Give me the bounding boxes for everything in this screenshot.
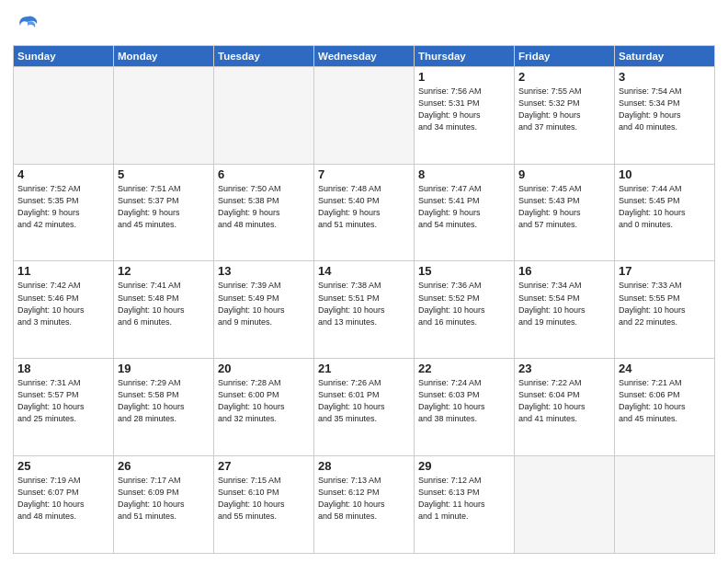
calendar-cell: 12Sunrise: 7:41 AM Sunset: 5:48 PM Dayli… xyxy=(114,261,214,359)
day-info: Sunrise: 7:21 AM Sunset: 6:06 PM Dayligh… xyxy=(619,377,711,425)
calendar-cell: 13Sunrise: 7:39 AM Sunset: 5:49 PM Dayli… xyxy=(214,261,314,359)
calendar-cell: 7Sunrise: 7:48 AM Sunset: 5:40 PM Daylig… xyxy=(314,164,415,261)
day-number: 17 xyxy=(619,264,711,278)
calendar-cell xyxy=(214,66,314,164)
day-number: 9 xyxy=(518,167,610,181)
calendar-week-row: 1Sunrise: 7:56 AM Sunset: 5:31 PM Daylig… xyxy=(14,66,715,164)
calendar-cell xyxy=(114,66,214,164)
calendar-week-row: 25Sunrise: 7:19 AM Sunset: 6:07 PM Dayli… xyxy=(14,456,715,554)
day-number: 20 xyxy=(218,362,310,375)
calendar-cell xyxy=(615,456,715,554)
day-number: 29 xyxy=(418,459,510,473)
day-info: Sunrise: 7:28 AM Sunset: 6:00 PM Dayligh… xyxy=(218,377,310,425)
day-info: Sunrise: 7:19 AM Sunset: 6:07 PM Dayligh… xyxy=(17,475,109,523)
calendar-cell: 15Sunrise: 7:36 AM Sunset: 5:52 PM Dayli… xyxy=(415,261,515,359)
day-number: 11 xyxy=(17,264,109,278)
day-info: Sunrise: 7:13 AM Sunset: 6:12 PM Dayligh… xyxy=(318,475,410,523)
day-info: Sunrise: 7:22 AM Sunset: 6:04 PM Dayligh… xyxy=(518,377,610,425)
day-info: Sunrise: 7:45 AM Sunset: 5:43 PM Dayligh… xyxy=(518,183,610,231)
calendar-cell: 23Sunrise: 7:22 AM Sunset: 6:04 PM Dayli… xyxy=(515,359,615,456)
day-info: Sunrise: 7:39 AM Sunset: 5:49 PM Dayligh… xyxy=(218,280,310,327)
calendar-cell: 10Sunrise: 7:44 AM Sunset: 5:45 PM Dayli… xyxy=(615,164,715,261)
calendar-cell: 19Sunrise: 7:29 AM Sunset: 5:58 PM Dayli… xyxy=(114,359,214,456)
day-info: Sunrise: 7:31 AM Sunset: 5:57 PM Dayligh… xyxy=(17,377,109,425)
day-info: Sunrise: 7:48 AM Sunset: 5:40 PM Dayligh… xyxy=(318,183,410,231)
day-info: Sunrise: 7:26 AM Sunset: 6:01 PM Dayligh… xyxy=(318,377,410,425)
calendar-cell: 8Sunrise: 7:47 AM Sunset: 5:41 PM Daylig… xyxy=(415,164,515,261)
page: SundayMondayTuesdayWednesdayThursdayFrid… xyxy=(0,0,728,563)
calendar-cell: 18Sunrise: 7:31 AM Sunset: 5:57 PM Dayli… xyxy=(14,359,114,456)
day-number: 8 xyxy=(418,167,510,181)
header xyxy=(13,9,715,40)
day-number: 18 xyxy=(17,362,109,375)
calendar-week-row: 11Sunrise: 7:42 AM Sunset: 5:46 PM Dayli… xyxy=(14,261,715,359)
weekday-header-monday: Monday xyxy=(114,45,214,66)
day-number: 21 xyxy=(318,362,410,375)
calendar-cell xyxy=(14,66,114,164)
calendar-cell: 20Sunrise: 7:28 AM Sunset: 6:00 PM Dayli… xyxy=(214,359,314,456)
day-number: 26 xyxy=(118,459,210,473)
day-number: 5 xyxy=(118,167,210,181)
calendar-cell: 6Sunrise: 7:50 AM Sunset: 5:38 PM Daylig… xyxy=(214,164,314,261)
day-number: 6 xyxy=(218,167,310,181)
day-number: 13 xyxy=(218,264,310,278)
calendar-cell: 17Sunrise: 7:33 AM Sunset: 5:55 PM Dayli… xyxy=(615,261,715,359)
calendar-cell: 26Sunrise: 7:17 AM Sunset: 6:09 PM Dayli… xyxy=(114,456,214,554)
day-number: 28 xyxy=(318,459,410,473)
day-number: 24 xyxy=(619,362,711,375)
day-info: Sunrise: 7:24 AM Sunset: 6:03 PM Dayligh… xyxy=(418,377,510,425)
day-number: 16 xyxy=(518,264,610,278)
calendar-cell: 4Sunrise: 7:52 AM Sunset: 5:35 PM Daylig… xyxy=(14,164,114,261)
logo xyxy=(13,13,40,40)
calendar-cell: 16Sunrise: 7:34 AM Sunset: 5:54 PM Dayli… xyxy=(515,261,615,359)
day-info: Sunrise: 7:12 AM Sunset: 6:13 PM Dayligh… xyxy=(418,475,510,523)
calendar-cell: 27Sunrise: 7:15 AM Sunset: 6:10 PM Dayli… xyxy=(214,456,314,554)
day-info: Sunrise: 7:44 AM Sunset: 5:45 PM Dayligh… xyxy=(619,183,711,231)
day-info: Sunrise: 7:36 AM Sunset: 5:52 PM Dayligh… xyxy=(418,280,510,327)
weekday-header-sunday: Sunday xyxy=(14,45,114,66)
day-number: 19 xyxy=(118,362,210,375)
calendar-cell: 11Sunrise: 7:42 AM Sunset: 5:46 PM Dayli… xyxy=(14,261,114,359)
day-info: Sunrise: 7:41 AM Sunset: 5:48 PM Dayligh… xyxy=(118,280,210,327)
day-info: Sunrise: 7:34 AM Sunset: 5:54 PM Dayligh… xyxy=(518,280,610,327)
day-info: Sunrise: 7:56 AM Sunset: 5:31 PM Dayligh… xyxy=(418,86,510,133)
day-number: 12 xyxy=(118,264,210,278)
day-number: 4 xyxy=(17,167,109,181)
day-number: 15 xyxy=(418,264,510,278)
calendar-cell xyxy=(515,456,615,554)
calendar-cell: 3Sunrise: 7:54 AM Sunset: 5:34 PM Daylig… xyxy=(615,66,715,164)
day-number: 10 xyxy=(619,167,711,181)
weekday-header-thursday: Thursday xyxy=(415,45,515,66)
day-info: Sunrise: 7:50 AM Sunset: 5:38 PM Dayligh… xyxy=(218,183,310,231)
calendar-cell: 14Sunrise: 7:38 AM Sunset: 5:51 PM Dayli… xyxy=(314,261,415,359)
day-number: 22 xyxy=(418,362,510,375)
day-info: Sunrise: 7:33 AM Sunset: 5:55 PM Dayligh… xyxy=(619,280,711,327)
day-info: Sunrise: 7:52 AM Sunset: 5:35 PM Dayligh… xyxy=(17,183,109,231)
calendar-cell: 24Sunrise: 7:21 AM Sunset: 6:06 PM Dayli… xyxy=(615,359,715,456)
day-info: Sunrise: 7:17 AM Sunset: 6:09 PM Dayligh… xyxy=(118,475,210,523)
calendar-table: SundayMondayTuesdayWednesdayThursdayFrid… xyxy=(13,45,715,554)
logo-text xyxy=(13,13,40,43)
calendar-cell: 1Sunrise: 7:56 AM Sunset: 5:31 PM Daylig… xyxy=(415,66,515,164)
day-info: Sunrise: 7:55 AM Sunset: 5:32 PM Dayligh… xyxy=(518,86,610,133)
calendar-cell: 2Sunrise: 7:55 AM Sunset: 5:32 PM Daylig… xyxy=(515,66,615,164)
day-info: Sunrise: 7:15 AM Sunset: 6:10 PM Dayligh… xyxy=(218,475,310,523)
weekday-header-friday: Friday xyxy=(515,45,615,66)
day-number: 1 xyxy=(418,70,510,84)
day-info: Sunrise: 7:51 AM Sunset: 5:37 PM Dayligh… xyxy=(118,183,210,231)
day-info: Sunrise: 7:42 AM Sunset: 5:46 PM Dayligh… xyxy=(17,280,109,327)
weekday-header-wednesday: Wednesday xyxy=(314,45,415,66)
day-number: 14 xyxy=(318,264,410,278)
day-info: Sunrise: 7:47 AM Sunset: 5:41 PM Dayligh… xyxy=(418,183,510,231)
day-info: Sunrise: 7:29 AM Sunset: 5:58 PM Dayligh… xyxy=(118,377,210,425)
calendar-cell: 29Sunrise: 7:12 AM Sunset: 6:13 PM Dayli… xyxy=(415,456,515,554)
weekday-header-row: SundayMondayTuesdayWednesdayThursdayFrid… xyxy=(14,45,715,66)
day-info: Sunrise: 7:54 AM Sunset: 5:34 PM Dayligh… xyxy=(619,86,711,133)
day-info: Sunrise: 7:38 AM Sunset: 5:51 PM Dayligh… xyxy=(318,280,410,327)
calendar-week-row: 4Sunrise: 7:52 AM Sunset: 5:35 PM Daylig… xyxy=(14,164,715,261)
calendar-cell xyxy=(314,66,415,164)
day-number: 7 xyxy=(318,167,410,181)
calendar-cell: 9Sunrise: 7:45 AM Sunset: 5:43 PM Daylig… xyxy=(515,164,615,261)
day-number: 23 xyxy=(518,362,610,375)
day-number: 27 xyxy=(218,459,310,473)
